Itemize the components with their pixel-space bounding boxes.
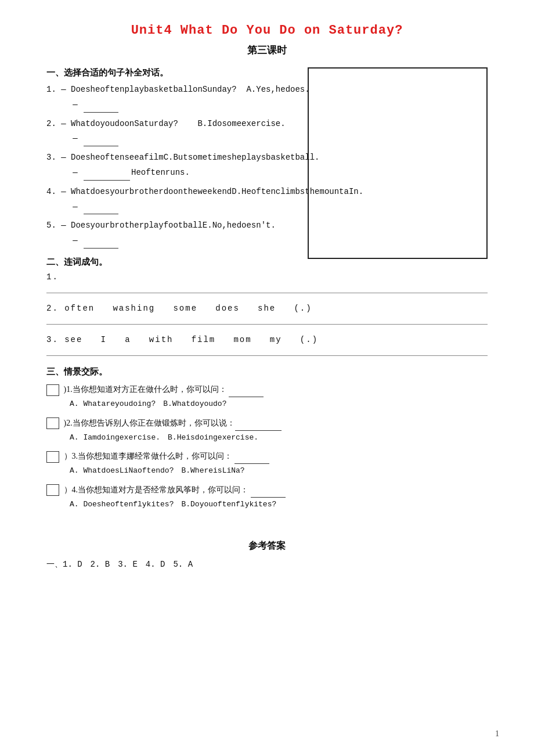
q1-item: 1. — DoesheoftenplaybasketballonSunday? …: [46, 83, 488, 113]
section2-heading: 二、连词成句。: [46, 257, 488, 268]
s3-blank2[interactable]: [235, 416, 282, 431]
s2-answer-line3[interactable]: [46, 347, 488, 356]
s3-item4: ）4.当你想知道对方是否经常放风筝时，你可以问： A. Doesheoftenf…: [46, 483, 488, 512]
s3-blank1[interactable]: [229, 382, 264, 397]
q2-text: 2. — WhatdoyoudoonSaturday? B.Idosomeexe…: [46, 119, 286, 128]
s2-answer-line1[interactable]: [46, 284, 488, 293]
s2-item2: 2. often washing some does she (.): [46, 304, 488, 325]
s3-paren1[interactable]: [46, 384, 59, 396]
q5-answer-blank[interactable]: [84, 234, 118, 249]
s3-item1: )1.当你想知道对方正在做什么时，你可以问： A. Whatareyoudoin…: [46, 382, 488, 411]
s3-item2: )2.当你想告诉别人你正在做锻炼时，你可以说： A. Iamdoingexerc…: [46, 416, 488, 445]
s3-paren3[interactable]: [46, 451, 59, 463]
s3-num4: ）4.当你想知道对方是否经常放风筝时，你可以问：: [64, 485, 249, 494]
s3-options1: A. Whatareyoudoing? B.Whatdoyoudo?: [70, 397, 488, 411]
page-title: Unit4 What Do You Do on Saturday?: [46, 23, 488, 38]
q4-blank-line: —: [58, 200, 488, 215]
s2-words2: 2. often washing some does she (.): [46, 304, 488, 313]
q2-item: 2. — WhatdoyoudoonSaturday? B.Idosomeexe…: [46, 117, 488, 147]
s3-paren2[interactable]: [46, 417, 59, 429]
s2-words1: 1.: [46, 272, 488, 282]
section1-heading: 一、选择合适的句子补全对话。: [46, 67, 488, 78]
page-number: 1: [495, 729, 499, 739]
s3-options4: A. Doesheoftenflykites? B.Doyouoftenflyk…: [70, 498, 488, 511]
s2-answer-line2[interactable]: [46, 315, 488, 325]
lesson-subtitle: 第三课时: [46, 44, 488, 57]
q2-answer-blank[interactable]: [84, 132, 118, 146]
q1-blank-line: —: [58, 98, 488, 113]
answer-section: 参考答案 一、1. D 2. B 3. E 4. D 5. A: [46, 540, 488, 570]
answer-content: 一、1. D 2. B 3. E 4. D 5. A: [46, 559, 488, 570]
s3-blank3[interactable]: [234, 449, 269, 464]
q3-blank-line: — Heoftenruns.: [58, 166, 488, 181]
s2-words3: 3. see I a with film mom my (.): [46, 335, 488, 344]
s3-num1: )1.当你想知道对方正在做什么时，你可以问：: [64, 385, 227, 394]
section3-heading: 三、情景交际。: [46, 366, 488, 377]
q3-text: 3. — DoesheoftenseeafilmC.Butsometimeshe…: [46, 153, 319, 162]
q4-item: 4. — WhatdoesyourbrotherdoontheweekendD.…: [46, 185, 488, 215]
s3-num2: )2.当你想告诉别人你正在做锻炼时，你可以说：: [64, 419, 235, 427]
s3-paren4[interactable]: [46, 484, 59, 496]
s3-blank4[interactable]: [251, 483, 286, 498]
q3-answer-blank[interactable]: [84, 166, 130, 181]
q1-answer-blank[interactable]: [84, 98, 118, 113]
q4-answer-blank[interactable]: [84, 200, 118, 215]
q5-blank-line: —: [58, 234, 488, 249]
s3-options2: A. Iamdoingexercise. B.Heisdoingexercise…: [70, 431, 488, 444]
q5-text: 5. — DoesyourbrotherplayfootballE.No,hed…: [46, 221, 276, 230]
answer-title: 参考答案: [46, 540, 488, 552]
q5-item: 5. — DoesyourbrotherplayfootballE.No,hed…: [46, 219, 488, 249]
q2-blank-line: —: [58, 132, 488, 146]
q3-item: 3. — DoesheoftenseeafilmC.Butsometimeshe…: [46, 151, 488, 181]
s3-options3: A. WhatdoesLiNaoftendo? B.WhereisLiNa?: [70, 464, 488, 477]
q4-text: 4. — WhatdoesyourbrotherdoontheweekendD.…: [46, 187, 363, 196]
s3-item3: ）3.当你想知道李娜经常做什么时，你可以问： A. WhatdoesLiNaof…: [46, 449, 488, 478]
q1-num: 1. — DoesheoftenplaybasketballonSunday? …: [46, 85, 310, 94]
s2-item1: 1.: [46, 272, 488, 293]
s2-item3: 3. see I a with film mom my (.): [46, 335, 488, 356]
s3-num3: ）3.当你想知道李娜经常做什么时，你可以问：: [64, 452, 233, 460]
